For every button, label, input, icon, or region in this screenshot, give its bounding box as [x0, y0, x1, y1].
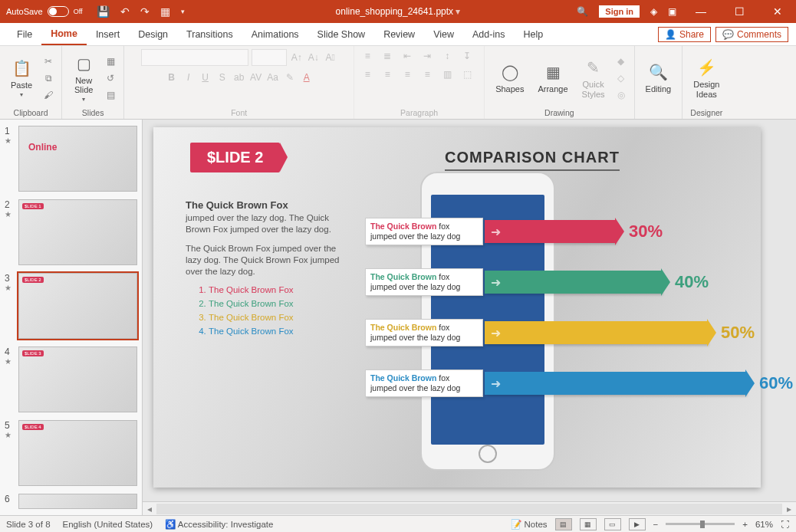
- bar-row[interactable]: The Quick Brown fox jumped over the lazy…: [365, 316, 755, 350]
- cut-icon[interactable]: ✂: [41, 54, 55, 68]
- qat-dropdown-icon[interactable]: ▾: [181, 8, 185, 15]
- bullets-icon[interactable]: ≡: [360, 49, 374, 63]
- tab-review[interactable]: Review: [374, 23, 424, 45]
- autosave-toggle[interactable]: [48, 6, 69, 17]
- tab-slideshow[interactable]: Slide Show: [308, 23, 375, 45]
- slide[interactable]: $LIDE 2 COMPARISON CHART The Quick Brown…: [153, 127, 761, 488]
- slide-badge[interactable]: $LIDE 2: [190, 143, 280, 172]
- bar-row[interactable]: The Quick Brown fox jumped over the lazy…: [365, 366, 793, 400]
- close-button[interactable]: ✕: [764, 5, 791, 18]
- zoom-slider[interactable]: [666, 523, 735, 525]
- tab-home[interactable]: Home: [41, 23, 87, 45]
- reading-view-icon[interactable]: ▭: [604, 518, 621, 530]
- tab-help[interactable]: Help: [514, 23, 552, 45]
- font-size-combo[interactable]: [252, 49, 287, 66]
- bold-button[interactable]: B: [165, 71, 179, 84]
- save-icon[interactable]: 💾: [97, 5, 110, 18]
- slide-thumb[interactable]: 3★$LIDE 2: [5, 273, 137, 339]
- redo-icon[interactable]: ↷: [140, 5, 150, 18]
- scroll-track[interactable]: [156, 504, 782, 514]
- slideshow-view-icon[interactable]: ▶: [629, 518, 646, 530]
- normal-view-icon[interactable]: ▤: [555, 518, 572, 530]
- smartart-icon[interactable]: ⬚: [460, 67, 474, 81]
- sorter-view-icon[interactable]: ▦: [580, 518, 597, 530]
- shape-effects-icon[interactable]: ◎: [614, 88, 628, 102]
- bar-row[interactable]: The Quick Brown fox jumped over the lazy…: [365, 215, 663, 248]
- slide-thumb[interactable]: 6: [5, 494, 137, 509]
- slide-thumb[interactable]: 5★$LIDE 4: [5, 420, 137, 486]
- format-painter-icon[interactable]: 🖌: [41, 88, 55, 102]
- case-button[interactable]: Aa: [266, 71, 280, 84]
- scroll-left-icon[interactable]: ◂: [143, 504, 156, 514]
- shapes-button[interactable]: ◯Shapes: [491, 60, 528, 95]
- shape-outline-icon[interactable]: ◇: [614, 71, 628, 85]
- new-slide-button[interactable]: ▢New Slide▾: [68, 51, 99, 104]
- spacing-button[interactable]: AV: [249, 71, 263, 84]
- section-icon[interactable]: ▤: [104, 88, 117, 102]
- language-status[interactable]: English (United States): [63, 520, 153, 529]
- zoom-level[interactable]: 61%: [755, 520, 773, 529]
- slide-counter[interactable]: Slide 3 of 8: [6, 520, 51, 529]
- arrange-button[interactable]: ▦Arrange: [533, 60, 572, 95]
- shape-fill-icon[interactable]: ◆: [614, 54, 628, 68]
- line-spacing-icon[interactable]: ↕: [440, 49, 454, 63]
- decrease-font-icon[interactable]: A↓: [307, 51, 321, 64]
- tab-animations[interactable]: Animations: [242, 23, 308, 45]
- italic-button[interactable]: I: [182, 71, 196, 84]
- quick-styles-button[interactable]: ✎Quick Styles: [577, 55, 610, 100]
- text-direction-icon[interactable]: ↧: [460, 49, 474, 63]
- highlight-icon[interactable]: ✎: [283, 71, 297, 84]
- body-text[interactable]: The Quick Brown Fox jumped over the lazy…: [186, 199, 347, 340]
- share-button[interactable]: 👤Share: [658, 27, 711, 42]
- align-left-icon[interactable]: ≡: [360, 67, 374, 81]
- slide-thumbnails[interactable]: 1★Online 2★$LIDE 1 3★$LIDE 2 4★$LIDE 3 5…: [0, 120, 143, 515]
- slideshow-icon[interactable]: ▦: [160, 5, 170, 18]
- tab-transitions[interactable]: Transitions: [177, 23, 242, 45]
- underline-button[interactable]: U: [199, 71, 212, 84]
- columns-icon[interactable]: ▥: [440, 67, 454, 81]
- tab-view[interactable]: View: [424, 23, 463, 45]
- copy-icon[interactable]: ⧉: [41, 71, 55, 85]
- tab-design[interactable]: Design: [129, 23, 177, 45]
- justify-icon[interactable]: ≡: [420, 67, 434, 81]
- autosave[interactable]: AutoSave Off: [0, 6, 89, 17]
- search-icon[interactable]: 🔍: [577, 6, 588, 17]
- horizontal-scrollbar[interactable]: ◂ ▸: [143, 501, 796, 515]
- reset-icon[interactable]: ↺: [104, 71, 117, 85]
- align-center-icon[interactable]: ≡: [380, 67, 394, 81]
- zoom-out-icon[interactable]: −: [653, 520, 659, 529]
- slide-thumb[interactable]: 2★$LIDE 1: [5, 199, 137, 265]
- align-right-icon[interactable]: ≡: [400, 67, 414, 81]
- ribbon-mode-icon[interactable]: ▣: [668, 6, 676, 17]
- font-name-combo[interactable]: [141, 49, 248, 66]
- zoom-in-icon[interactable]: +: [742, 520, 748, 529]
- tab-insert[interactable]: Insert: [87, 23, 129, 45]
- accessibility-status[interactable]: ♿ Accessibility: Investigate: [165, 519, 273, 530]
- clear-format-icon[interactable]: A⃠: [324, 51, 337, 64]
- signin-button[interactable]: Sign in: [599, 5, 640, 18]
- design-ideas-button[interactable]: ⚡Design Ideas: [689, 55, 724, 100]
- fit-to-window-icon[interactable]: ⛶: [781, 520, 790, 529]
- undo-icon[interactable]: ↶: [120, 5, 130, 18]
- tab-addins[interactable]: Add-ins: [463, 23, 514, 45]
- layout-icon[interactable]: ▦: [104, 54, 117, 68]
- minimize-button[interactable]: —: [687, 5, 715, 18]
- tab-file[interactable]: File: [8, 23, 41, 45]
- slide-thumb[interactable]: 4★$LIDE 3: [5, 346, 137, 412]
- indent-right-icon[interactable]: ⇥: [420, 49, 434, 63]
- maximize-button[interactable]: ☐: [725, 5, 753, 18]
- canvas[interactable]: $LIDE 2 COMPARISON CHART The Quick Brown…: [143, 120, 796, 501]
- indent-left-icon[interactable]: ⇤: [400, 49, 414, 63]
- slide-thumb[interactable]: 1★Online: [5, 126, 137, 192]
- diamond-icon[interactable]: ◈: [650, 6, 657, 17]
- shadow-button[interactable]: ab: [232, 71, 246, 84]
- font-color-icon[interactable]: A: [300, 71, 314, 84]
- strike-button[interactable]: S: [215, 71, 229, 84]
- notes-button[interactable]: 📝 Notes: [511, 519, 547, 530]
- chart-title[interactable]: COMPARISON CHART: [445, 149, 620, 171]
- increase-font-icon[interactable]: A↑: [290, 51, 304, 64]
- bar-row[interactable]: The Quick Brown fox jumped over the lazy…: [365, 265, 709, 299]
- paste-button[interactable]: 📋Paste▾: [6, 56, 37, 100]
- editing-button[interactable]: 🔍Editing: [641, 60, 676, 95]
- scroll-right-icon[interactable]: ▸: [782, 504, 796, 514]
